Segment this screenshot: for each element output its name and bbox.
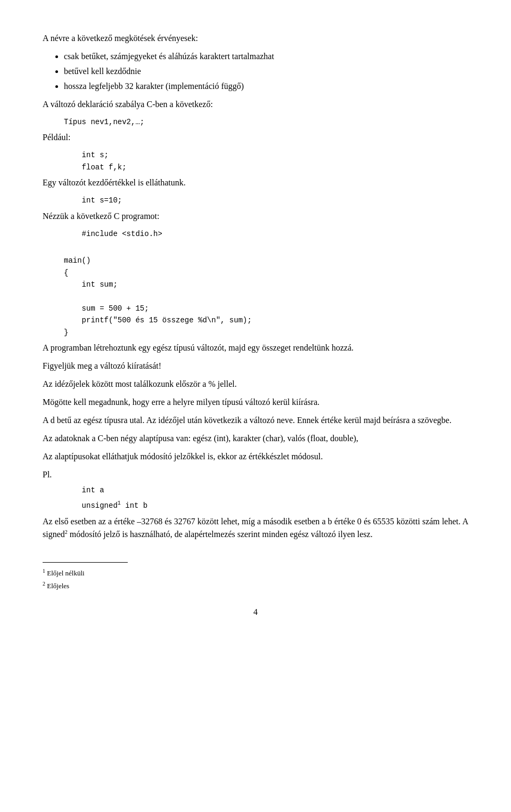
init-code: int s=10; — [64, 194, 468, 206]
main-code: main() { int sum; sum = 500 + 15; printf… — [64, 243, 468, 338]
d-explanation: A d betű az egész típusra utal. Az idéző… — [43, 414, 468, 427]
page-number: 4 — [43, 607, 468, 617]
init-intro: Egy változót kezdőértékkel is elláthatun… — [43, 176, 468, 189]
program-explanation: A programban létrehoztunk egy egész típu… — [43, 342, 468, 354]
next-program-intro: Nézzük a következő C programot: — [43, 210, 468, 223]
constraint-1: csak betűket, számjegyeket és aláhúzás k… — [64, 50, 468, 63]
footnote-ref-1: 1 — [118, 500, 121, 506]
type-explanation: Mögötte kell megadnunk, hogy erre a hely… — [43, 396, 468, 409]
constraints-list: csak betűket, számjegyeket és aláhúzás k… — [64, 50, 468, 93]
footnote-1-num: 1 — [43, 568, 45, 574]
footnote-2: 2 Előjeles — [43, 580, 468, 591]
footnote-2-num: 2 — [43, 581, 45, 587]
constraint-3: hossza legfeljebb 32 karakter (implement… — [64, 80, 468, 93]
declaration-rule-intro: A változó deklaráció szabálya C-ben a kö… — [43, 98, 468, 111]
pl-code-2: unsigned1 int b — [64, 499, 468, 511]
modifier-intro: Az alaptípusokat elláthatjuk módosító je… — [43, 450, 468, 463]
footnote-divider — [43, 562, 128, 563]
constraints-intro: A névre a következő megkötések érvényese… — [43, 32, 468, 45]
include-code: #include <stdio.h> — [64, 228, 468, 240]
pl-code-1: int a — [64, 484, 468, 496]
pl-label: Pl. — [43, 468, 468, 481]
example-code-1: int s; float f,k; — [64, 149, 468, 173]
footnotes: 1 Előjel nélküli 2 Előjeles — [43, 567, 468, 591]
case-explanation: Az első esetben az a értéke –32768 és 32… — [43, 515, 468, 541]
footnote-2-text: Előjeles — [47, 582, 69, 590]
declaration-syntax: Típus nev1,nev2,…; — [64, 116, 468, 128]
types-intro: Az adatoknak a C-ben négy alaptípusa van… — [43, 432, 468, 445]
footnote-1-text: Előjel nélküli — [47, 569, 84, 577]
page-content: A névre a következő megkötések érvényese… — [43, 32, 468, 617]
watch-output: Figyeljük meg a változó kiíratását! — [43, 360, 468, 372]
format-explanation: Az idézőjelek között most találkozunk el… — [43, 378, 468, 391]
footnote-1: 1 Előjel nélküli — [43, 567, 468, 579]
constraint-2: betűvel kell kezdődnie — [64, 65, 468, 78]
example-label: Például: — [43, 131, 468, 144]
